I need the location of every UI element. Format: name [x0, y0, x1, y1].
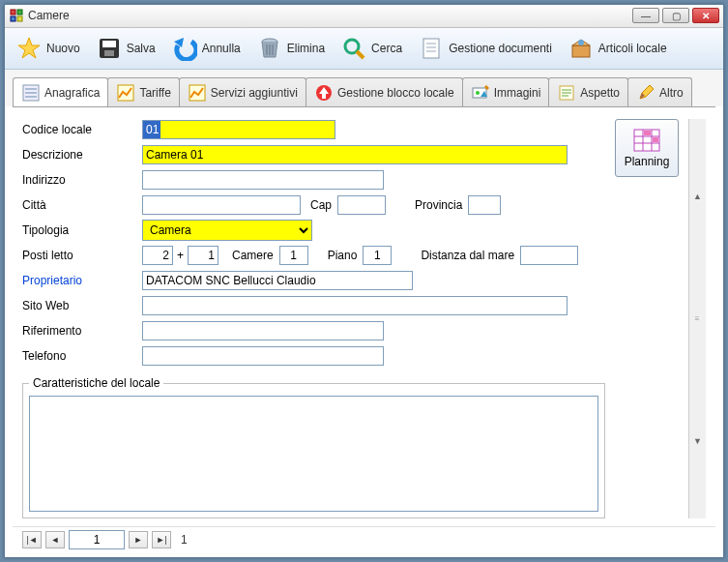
box-icon: [568, 35, 595, 62]
descrizione-input[interactable]: [142, 145, 568, 164]
search-icon: [340, 35, 367, 62]
nuovo-button[interactable]: Nuovo: [9, 31, 87, 66]
svg-point-13: [345, 40, 359, 53]
svg-rect-19: [572, 45, 590, 57]
tab-tariffe[interactable]: Tariffe: [107, 77, 179, 106]
svg-point-21: [578, 40, 584, 45]
codice-locale-input[interactable]: [142, 120, 335, 139]
maximize-button[interactable]: ▢: [662, 8, 689, 23]
gestione-documenti-button[interactable]: Gestione documenti: [411, 31, 559, 66]
indirizzo-label: Indirizzo: [22, 173, 142, 187]
scroll-down-icon[interactable]: ▼: [693, 436, 702, 446]
tipologia-select[interactable]: Camera: [142, 220, 312, 241]
tab-anagrafica[interactable]: Anagrafica: [13, 77, 108, 106]
paint-icon: [471, 83, 490, 103]
citta-label: Città: [22, 198, 142, 212]
piano-label: Piano: [328, 249, 358, 262]
annulla-label: Annulla: [202, 42, 241, 55]
close-button[interactable]: ✕: [692, 8, 719, 23]
app-icon: [9, 8, 24, 23]
svg-rect-2: [11, 16, 15, 21]
cap-label: Cap: [310, 198, 332, 212]
svg-rect-46: [653, 137, 658, 142]
citta-input[interactable]: [142, 195, 301, 215]
side-column: Planning: [613, 119, 681, 518]
riferimento-label: Riferimento: [22, 324, 142, 338]
tab-altro[interactable]: Altro: [627, 77, 692, 106]
arrow-up-icon: [314, 83, 334, 103]
tab-blocco-label: Gestione blocco locale: [337, 86, 454, 100]
provincia-input[interactable]: [468, 195, 501, 215]
svg-marker-4: [18, 38, 40, 58]
gestione-documenti-label: Gestione documenti: [449, 42, 552, 55]
nav-next-button[interactable]: ►: [129, 531, 148, 548]
cap-input[interactable]: [337, 195, 386, 215]
undo-icon: [171, 35, 198, 62]
posti-letto-2-input[interactable]: [188, 246, 218, 265]
cerca-button[interactable]: Cerca: [334, 31, 409, 66]
annulla-button[interactable]: Annulla: [164, 31, 248, 66]
chart-icon: [188, 83, 207, 103]
elimina-button[interactable]: Elimina: [249, 31, 332, 66]
tab-servizi-label: Servizi aggiuntivi: [211, 86, 298, 100]
planning-label: Planning: [625, 155, 670, 168]
chart-icon: [116, 83, 135, 103]
riferimento-input[interactable]: [142, 321, 384, 340]
descrizione-label: Descrizione: [22, 148, 142, 162]
minimize-button[interactable]: —: [632, 8, 659, 23]
nav-total-label: 1: [181, 533, 188, 547]
tipologia-label: Tipologia: [22, 223, 142, 237]
salva-button[interactable]: Salva: [89, 31, 162, 66]
caratteristiche-textarea[interactable]: [29, 396, 598, 512]
codice-locale-label: Codice locale: [22, 123, 142, 136]
camere-input[interactable]: [279, 246, 308, 265]
scroll-up-icon[interactable]: ▲: [693, 192, 702, 201]
sito-web-input[interactable]: [142, 296, 568, 315]
nuovo-label: Nuovo: [46, 42, 80, 55]
articoli-locale-label: Articoli locale: [598, 42, 667, 55]
tab-tariffe-label: Tariffe: [139, 86, 170, 100]
nav-page-input[interactable]: [69, 530, 125, 549]
record-navigator: |◄ ◄ ► ►| 1: [13, 526, 715, 551]
planning-button[interactable]: Planning: [615, 119, 679, 177]
proprietario-label[interactable]: Proprietario: [22, 274, 142, 287]
calendar-icon: [633, 129, 660, 152]
content-panel: Codice locale /* override: make codice s…: [13, 106, 715, 526]
form-area: Codice locale /* override: make codice s…: [22, 119, 605, 518]
articoli-locale-button[interactable]: Articoli locale: [561, 31, 674, 66]
sito-web-label: Sito Web: [22, 299, 142, 312]
proprietario-input[interactable]: [142, 271, 413, 290]
plus-label: +: [177, 249, 184, 262]
toolbar: Nuovo Salva Annulla Elimina Cerca Gestio…: [5, 28, 723, 71]
caratteristiche-fieldset: Caratteristiche del locale: [22, 376, 605, 518]
telefono-label: Telefono: [22, 349, 142, 363]
form-icon: [21, 83, 41, 103]
caratteristiche-legend: Caratteristiche del locale: [29, 376, 163, 390]
piano-input[interactable]: [363, 246, 392, 265]
tab-aspetto[interactable]: Aspetto: [548, 77, 628, 106]
svg-rect-1: [17, 10, 22, 15]
tab-servizi[interactable]: Servizi aggiuntivi: [179, 77, 306, 106]
cerca-label: Cerca: [371, 42, 402, 55]
posti-letto-label: Posti letto: [22, 249, 142, 262]
scroll-grip-icon[interactable]: ≡: [695, 317, 701, 320]
window: Camere — ▢ ✕ Nuovo Salva Annulla Elimina…: [4, 4, 724, 558]
distanza-mare-input[interactable]: [520, 246, 578, 265]
tab-immagini-label: Immagini: [494, 86, 541, 100]
svg-rect-3: [17, 16, 22, 21]
titlebar: Camere — ▢ ✕: [5, 5, 723, 28]
elimina-label: Elimina: [287, 42, 325, 55]
nav-last-button[interactable]: ►|: [152, 531, 171, 548]
document-icon: [418, 35, 445, 62]
nav-prev-button[interactable]: ◄: [45, 531, 65, 548]
camere-label: Camere: [232, 249, 274, 262]
scrollbar[interactable]: ▲ ≡ ▼: [688, 119, 706, 518]
tab-blocco[interactable]: Gestione blocco locale: [306, 77, 463, 106]
indirizzo-input[interactable]: [142, 170, 384, 190]
telefono-input[interactable]: [142, 346, 384, 366]
tab-immagini[interactable]: Immagini: [462, 77, 550, 106]
nav-first-button[interactable]: |◄: [22, 531, 42, 548]
posti-letto-1-input[interactable]: [142, 246, 173, 265]
svg-rect-0: [11, 10, 15, 15]
tab-aspetto-label: Aspetto: [580, 86, 620, 100]
